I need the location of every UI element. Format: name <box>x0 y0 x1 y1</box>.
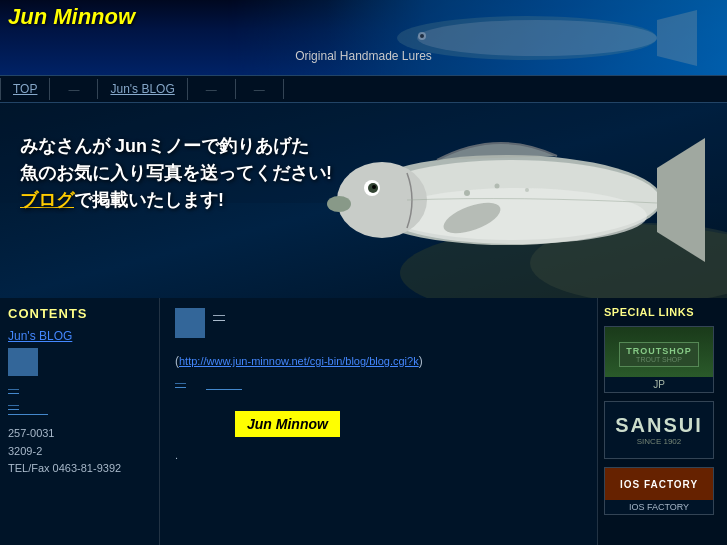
site-title: Jun Minnow <box>8 4 135 30</box>
svg-point-20 <box>464 190 470 196</box>
hero-banner: みなさんが Junミノーで釣りあげた 魚のお気に入り写真を送ってください! ブロ… <box>0 103 727 298</box>
hero-fish-svg <box>317 108 707 293</box>
hero-line3-suffix: で掲載いたします! <box>74 190 224 210</box>
header-fish-svg <box>227 0 727 75</box>
left-sidebar: CONTENTS Jun's BLOG — — 257-0031 3209-2 … <box>0 298 160 545</box>
svg-marker-13 <box>657 138 705 262</box>
hero-line1: みなさんが Junミノーで釣りあげた <box>20 133 332 160</box>
ios-factory-label: IOS FACTORY <box>605 500 713 514</box>
center-dash-top: — <box>213 308 225 322</box>
center-dash-item1: — <box>175 376 186 394</box>
hero-line3: ブログで掲載いたします! <box>20 187 332 214</box>
special-links-title: SPECIAL LINKS <box>604 306 721 318</box>
troutshop-logo: TROUTSHOP <box>626 346 692 356</box>
nav-blog[interactable]: Jun's BLOG <box>98 78 187 100</box>
sidebar-dash1: — <box>8 382 151 394</box>
sansui-box[interactable]: SANSUI SINCE 1902 <box>604 401 714 459</box>
center-dash-long1 <box>206 376 242 394</box>
address-tel: TEL/Fax 0463-81-9392 <box>8 460 151 478</box>
ios-factory-box[interactable]: IOS FACTORY IOS FACTORY <box>604 467 714 515</box>
sidebar-dash2: — <box>8 398 151 410</box>
ios-factory-logo: IOS FACTORY <box>620 479 698 490</box>
sidebar-blog-link[interactable]: Jun's BLOG <box>8 329 151 343</box>
sansui-sub: SINCE 1902 <box>637 437 681 446</box>
main-content: CONTENTS Jun's BLOG — — 257-0031 3209-2 … <box>0 298 727 545</box>
hero-line2: 魚のお気に入り写真を送ってください! <box>20 160 332 187</box>
jun-minnow-badge[interactable]: Jun Minnow <box>235 411 340 437</box>
center-bottom-text: . <box>175 449 582 461</box>
center-thumbnail <box>175 308 205 338</box>
navigation: TOP — Jun's BLOG — — <box>0 75 727 103</box>
sidebar-thumbnail <box>8 348 38 376</box>
nav-top[interactable]: TOP <box>0 78 50 100</box>
center-dash-row1: — <box>175 376 582 394</box>
nav-sep2: — <box>188 79 236 99</box>
contents-title: CONTENTS <box>8 306 151 321</box>
nav-sep3: — <box>236 79 284 99</box>
sansui-logo: SANSUI <box>615 414 703 437</box>
troutshop-sub: TROUT SHOP <box>626 356 692 363</box>
troutshop-box[interactable]: TROUTSHOP TROUT SHOP JP <box>604 326 714 393</box>
header: Jun Minnow Original Handmade Lures <box>0 0 727 75</box>
svg-point-5 <box>420 34 424 38</box>
svg-point-19 <box>372 185 376 189</box>
sidebar-address: 257-0031 3209-2 TEL/Fax 0463-81-9392 <box>8 425 151 478</box>
svg-point-2 <box>417 20 657 56</box>
hero-blog-word: ブログ <box>20 190 74 210</box>
blog-url-link[interactable]: http://www.jun-minnow.net/cgi-bin/blog/b… <box>179 355 419 367</box>
address-street: 3209-2 <box>8 443 151 461</box>
svg-point-21 <box>495 184 500 189</box>
hero-text: みなさんが Junミノーで釣りあげた 魚のお気に入り写真を送ってください! ブロ… <box>20 133 332 214</box>
blog-paren-close: ) <box>419 354 423 368</box>
tagline: Original Handmade Lures <box>295 49 432 63</box>
troutshop-label: JP <box>605 377 713 392</box>
blog-link-section: (http://www.jun-minnow.net/cgi-bin/blog/… <box>175 354 582 368</box>
address-postal: 257-0031 <box>8 425 151 443</box>
svg-point-22 <box>525 188 529 192</box>
right-sidebar: SPECIAL LINKS TROUTSHOP TROUT SHOP JP SA… <box>597 298 727 545</box>
sidebar-underline <box>8 414 48 415</box>
center-content: — (http://www.jun-minnow.net/cgi-bin/blo… <box>160 298 597 545</box>
nav-sep1: — <box>50 79 98 99</box>
